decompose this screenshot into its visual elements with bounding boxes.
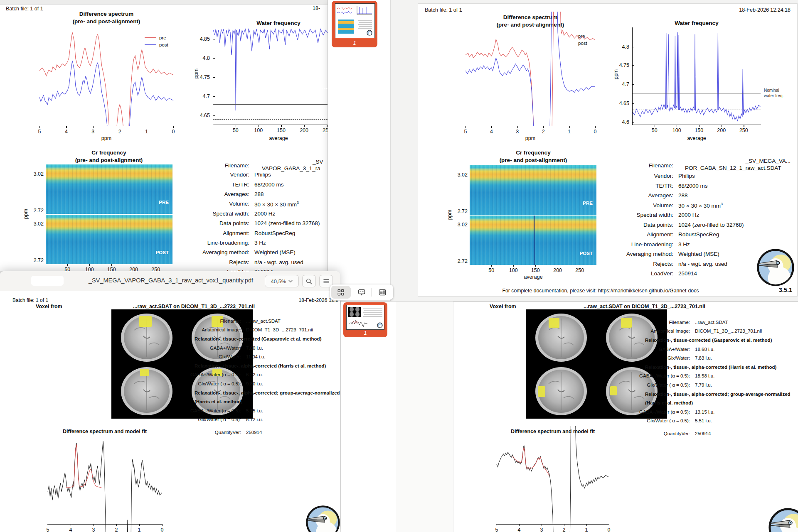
page-bottom-right: Voxel from ...raw_act.SDAT on DICOM_T1_3… [396,302,798,532]
plot-subtitle: (pre- and post-alignment) [471,157,596,163]
meta-filename-line2: POR_GABA_SN_12_1_raw_act.SDAT [685,165,781,171]
section-heading: Relaxation-, tissue-, alpha-corrected; g… [137,388,337,397]
panel-label-pre: PRE [583,201,593,206]
meta-row: Filename:..raw_act.SDAT [586,318,794,327]
x-tick-label: 4 [511,527,527,532]
section-heading: Relaxation-, tissue-, alpha-corrected (H… [137,361,337,370]
x-tick-label: 50 [646,127,663,133]
difference-spectrum-fit-plot: 543210 [497,439,609,524]
chevron-down-icon [288,280,293,282]
voxel-title-prefix: Voxel from [36,304,62,309]
meta-row: Alignment:RobustSpecReg [598,230,794,240]
menu-lines-icon [323,279,329,284]
meta-row: Glx/Water:11.04 i.u. [137,352,337,361]
x-axis-label: average [471,274,596,280]
nominal-water-label: water freq. [764,93,783,98]
segment-divider [350,288,351,297]
y-axis-label: ppm [613,66,619,83]
panel-label-post: POST [580,251,593,256]
x-tick-label: 200 [549,267,566,273]
meta-row: TE/TR:68/2000 ms [598,181,794,191]
meta-row: Glx/Water ( α = 0.5):5.51 i.u. [586,417,794,426]
meta-row: Vendor:Philips [598,171,794,181]
zoom-value: 40,5% [271,278,286,284]
batch-label: Batch file: 1 of 1 [425,7,462,13]
section-heading: Relaxation-, tissue-, alpha-corrected; g… [586,390,794,399]
redacted-path [31,276,64,286]
y-tick-label: 4.8 [610,44,629,50]
meta-row: Data points:1024 (zero-filled to 32768) [598,220,794,230]
view-mode-segmented-control [330,284,393,300]
x-tick-label: 4 [483,129,500,135]
rejected-average-streak [534,216,535,265]
x-tick-label: 200 [713,127,730,133]
meta-row: GABA+/Water:7.00 i.u. [137,343,337,353]
section-heading: (Harris et al. method) [586,398,794,407]
x-tick-label: 1 [131,527,148,532]
voxel-title: ...raw_act.SDAT on DICOM_T1_3D_...2723_7… [584,304,705,309]
gannet-logo [756,248,795,287]
meta-label: Filename: [598,162,673,169]
search-button[interactable] [302,275,316,287]
heatmap-ytick: 2.72 [449,258,468,264]
x-axis-label: ppm [468,135,593,141]
zoom-control[interactable]: 40,5% [265,275,299,287]
meta-row: Anatomical image:DICOM_T1_3D_...2723_701… [586,327,794,336]
difference-spectrum-plot: 543210 [466,27,595,126]
pdf-toolbar: _SV_MEGA_VAPOR_GABA_3_1_raw_act_vox1_qua… [0,271,340,291]
segment-annotations[interactable] [352,286,371,299]
x-tick-label: 1 [561,129,578,135]
x-tick-label: 5 [39,527,56,532]
meta-row: GABA+/Water (α = 0.5):5.15 i.u. [137,406,337,415]
plot-title: Water frequency [634,20,759,26]
x-tick-label: 5 [457,129,474,135]
threshold-line [633,110,761,110]
gannet-logo [305,505,340,532]
x-tick-label: 100 [668,127,685,133]
grid-icon [337,289,344,296]
heatmap-panel-post: POST [470,216,596,265]
water-frequency-plot: 501001502002504.84.754.74.654.6 [633,27,761,125]
voxel-title: ...raw_act.SDAT on DICOM_T1_3D_...2723_7… [133,304,255,309]
segment-divider [371,288,372,297]
meta-row: GABA+/Water (α = 0.5):18.58 i.u. [586,372,794,381]
x-tick-label: 100 [505,267,522,273]
meta-filename-line1: _SV_MEGA_VA... [707,158,791,164]
threshold-line [633,77,761,77]
meta-row: Line-broadening:3 Hz [598,240,794,250]
y-tick-label: 4.6 [610,119,629,125]
x-tick-label: 2 [535,129,552,135]
meta-row: Filename:...raw_act.SDAT [137,316,337,326]
x-tick-label: 3 [509,129,526,135]
section-heading: Relaxation-, tissue-corrected (Gasparovi… [586,336,794,345]
segment-thumbnail-grid[interactable] [331,286,350,299]
meta-row: Anatomical image:DICOM_T1_3D_...2723_701… [137,326,337,335]
meta-row: Glx/Water ( α = 0.5):7.79 i.u. [586,380,794,390]
meta-row: QuantifyVer:250914 [137,428,337,437]
search-icon [306,278,312,284]
meta-row: GABA+/Water (α = 0.5):13.15 i.u. [586,407,794,417]
x-tick-label: 5 [488,527,505,532]
meta-row: Volume:30 × 30 × 30 mm3 [598,201,794,211]
documentation-footer: For complete documentation, please visit… [455,288,746,294]
page-bottom-left: Batch file: 1 of 1 18-Feb-2026 12:2 Voxe… [0,291,340,532]
difference-spectrum-fit-plot: 543210 [48,439,162,524]
section-heading: Relaxation-, tissue-corrected (Gasparovi… [137,334,337,343]
section-heading: (Harris et al. method) [137,397,337,406]
x-tick-label: 1 [578,527,595,532]
annotation-bubble-icon [358,289,365,296]
meta-row: Glx/Water ( α = 0.5):8.12 i.u. [137,415,337,424]
meta-row: Glx/Water:7.83 i.u. [586,353,794,363]
x-tick-label: 150 [527,267,544,273]
heatmap-panel-pre: PRE [470,165,596,215]
meta-row: GABA+/Water (α = 0.5):6.22 i.u. [137,370,337,380]
quantification-table: Filename:...raw_act.SDATAnatomical image… [137,316,337,437]
x-tick-label: 150 [691,127,707,133]
segment-reader[interactable] [373,286,392,299]
x-axis-label: average [634,135,759,141]
nominal-water-label: Nominal [764,88,779,93]
page-thumbnail[interactable]: 1 [343,302,387,337]
voxel-title-prefix: Voxel from [490,304,516,309]
plot-title: Cr frequency [471,150,596,156]
meta-row: Spectral width:2000 Hz [598,210,794,220]
